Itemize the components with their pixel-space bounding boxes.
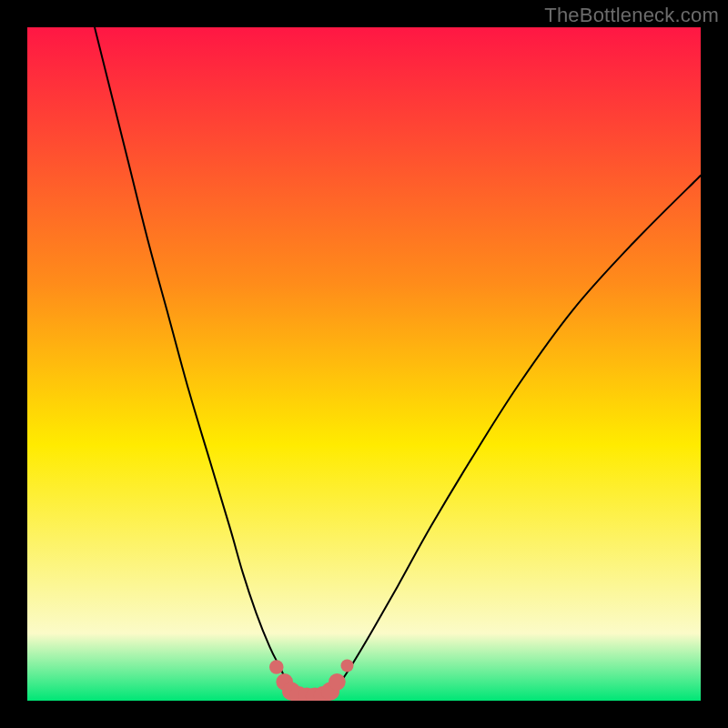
valley-marker (269, 660, 284, 674)
valley-marker (329, 673, 346, 691)
valley-marker (341, 660, 354, 672)
chart-container: { "watermark": "TheBottleneck.com", "col… (0, 0, 728, 728)
bottleneck-chart (27, 27, 701, 701)
plot-background (27, 27, 701, 701)
watermark-text: TheBottleneck.com (544, 4, 719, 27)
